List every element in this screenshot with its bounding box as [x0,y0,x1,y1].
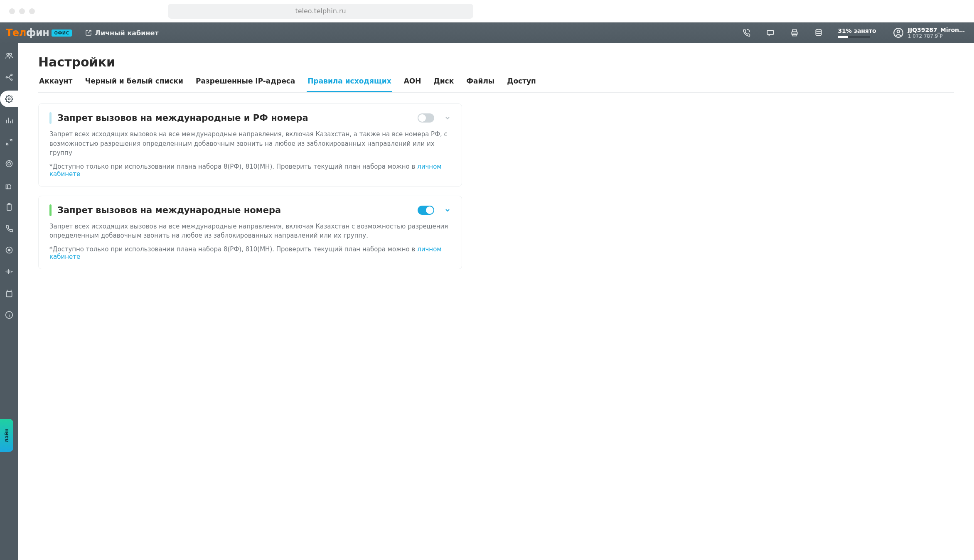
card-desc: Запрет всех исходящих вызовов на все меж… [49,222,451,241]
svg-rect-19 [6,292,12,297]
svg-point-9 [6,76,7,78]
sidebar-item-contacts[interactable] [0,47,18,64]
app-topbar: Телфин ОФИС Личный кабинет 31% занято JJ… [0,22,974,43]
sidebar-item-rating[interactable] [0,177,18,194]
svg-point-12 [8,98,10,100]
sidebar-item-tools[interactable] [0,134,18,150]
svg-point-7 [7,53,9,55]
app-sidebar: лайн [0,43,18,560]
user-balance: 1 072 787,9 ₽ [908,33,965,39]
svg-point-18 [8,249,10,251]
url-text: teleo.telphin.ru [295,7,346,15]
sidebar-item-info[interactable] [0,307,18,323]
sidebar-item-stats[interactable] [0,112,18,129]
user-icon [893,27,904,38]
sidebar-item-clipboard[interactable] [0,199,18,215]
svg-point-14 [8,162,11,165]
online-chat-tab[interactable]: лайн [0,419,13,452]
sidebar-item-audio[interactable] [0,263,18,280]
card-desc: Запрет всех исходящих вызовов на все меж… [49,130,451,158]
note-prefix: *Доступно только при использовании плана… [49,163,417,170]
svg-rect-0 [767,30,774,34]
tab-aon[interactable]: АОН [403,77,422,92]
user-menu[interactable]: JJQ39287_Miron… 1 072 787,9 ₽ [893,27,965,39]
storage-label: 31% занято [838,27,876,34]
logo-badge: ОФИС [52,29,71,37]
card-title: Запрет вызовов на международные и РФ ном… [57,113,412,123]
logo-text: Телфин [6,27,49,39]
svg-point-11 [11,79,12,80]
main-content: Настройки АккаунтЧерный и белый спискиРа… [18,43,974,560]
toggle-intl-and-rf[interactable] [418,113,434,123]
personal-area-link[interactable]: Личный кабинет [85,29,159,37]
svg-point-10 [11,74,12,76]
sidebar-item-record[interactable] [0,242,18,258]
window-minimize-icon[interactable] [19,8,25,14]
svg-point-6 [897,30,900,33]
tab-iplist[interactable]: Разрешенные IP-адреса [195,77,296,92]
page-title: Настройки [38,55,954,69]
window-chrome: teleo.telphin.ru [0,0,974,22]
online-chat-label: лайн [4,428,10,442]
expand-icon[interactable] [444,115,451,121]
card-title: Запрет вызовов на международные номера [57,205,412,215]
tab-files[interactable]: Файлы [465,77,495,92]
expand-icon[interactable] [444,207,451,214]
tab-access[interactable]: Доступ [506,77,537,92]
storage-meter: 31% занято [838,27,876,38]
tab-bwlists[interactable]: Черный и белый списки [84,77,184,92]
note-prefix: *Доступно только при использовании плана… [49,246,417,253]
user-name: JJQ39287_Miron… [908,27,965,33]
chevron-down-icon [444,207,451,214]
sidebar-item-shop[interactable] [0,285,18,302]
tab-account[interactable]: Аккаунт [38,77,73,92]
rule-card-intl: Запрет вызовов на международные номера З… [38,196,462,269]
address-bar[interactable]: teleo.telphin.ru [168,4,473,19]
sidebar-item-goals[interactable] [0,155,18,172]
sidebar-item-call[interactable] [0,220,18,237]
storage-bar [838,36,870,38]
settings-tabs: АккаунтЧерный и белый спискиРазрешенные … [38,77,954,93]
tab-disk[interactable]: Диск [433,77,455,92]
storage-icon[interactable] [810,25,827,41]
sidebar-item-settings[interactable] [0,91,18,107]
messages-icon[interactable] [762,25,779,41]
window-close-icon[interactable] [9,8,15,14]
status-stripe [49,204,52,216]
logo[interactable]: Телфин ОФИС [6,27,72,39]
card-note: *Доступно только при использовании плана… [49,163,451,178]
external-link-icon [85,29,92,36]
tab-outrules[interactable]: Правила исходящих [307,77,392,92]
svg-point-8 [10,53,12,55]
card-note: *Доступно только при использовании плана… [49,246,451,260]
print-icon[interactable] [786,25,803,41]
sidebar-item-routing[interactable] [0,69,18,86]
chevron-down-icon [444,115,451,121]
status-stripe [49,112,52,124]
window-maximize-icon[interactable] [29,8,35,14]
rule-card-intl-and-rf: Запрет вызовов на международные и РФ ном… [38,103,462,187]
callback-icon[interactable] [738,25,755,41]
personal-area-label: Личный кабинет [95,29,159,37]
window-controls [0,8,35,14]
toggle-intl[interactable] [418,206,434,215]
svg-point-4 [816,29,822,32]
